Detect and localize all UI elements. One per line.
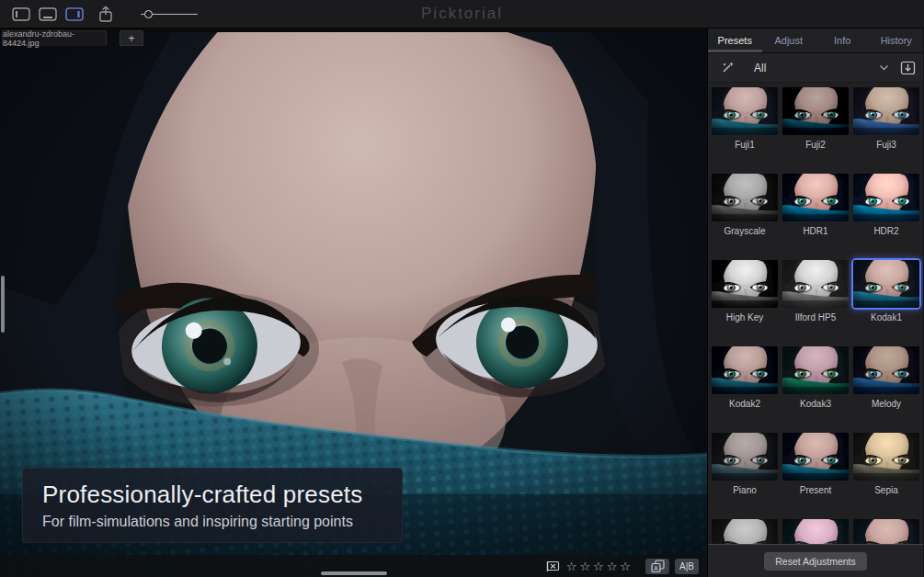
share-icon <box>98 6 113 23</box>
tab-adjust[interactable]: Adjust <box>762 28 816 52</box>
preset-label: Sepia <box>853 485 919 496</box>
preset-label: Present <box>782 485 849 496</box>
preset-item-fuji3[interactable]: Fuji3 <box>853 87 919 151</box>
star-4[interactable]: ☆ <box>607 560 618 572</box>
app-window: Picktorial alexandru-zdrobau-84424.jpg +… <box>0 0 924 577</box>
compare-original-icon: A <box>651 560 665 572</box>
tab-info[interactable]: Info <box>816 28 870 52</box>
zoom-slider-knob[interactable] <box>144 10 153 18</box>
preset-label: Ilford HP5 <box>782 312 849 323</box>
preset-thumbnail[interactable] <box>853 260 919 308</box>
magic-wand-icon <box>721 61 735 74</box>
preset-thumbnail[interactable] <box>782 433 849 481</box>
import-presets-button[interactable] <box>900 61 916 75</box>
star-2[interactable]: ☆ <box>579 560 590 572</box>
right-panel-icon-active <box>65 7 84 21</box>
bottom-panel-icon <box>39 7 57 21</box>
reject-flag-button[interactable] <box>546 560 561 572</box>
preset-thumbnail[interactable] <box>853 519 919 544</box>
preset-thumbnail[interactable] <box>853 174 919 221</box>
preset-thumbnail[interactable] <box>782 260 849 308</box>
preset-thumbnail[interactable] <box>782 174 849 221</box>
preset-label: Fuji1 <box>712 140 778 151</box>
top-toolbar: Picktorial <box>0 0 924 28</box>
star-1[interactable]: ☆ <box>566 560 577 572</box>
preset-thumbnail[interactable] <box>782 87 849 135</box>
preset-category-dropdown[interactable]: All <box>754 62 879 74</box>
caption-subtitle: For film-simulations and inspiring start… <box>42 514 382 530</box>
preset-item-fuji1[interactable]: Fuji1 <box>712 87 778 151</box>
sidebar-footer: Reset Adjustments <box>708 544 923 577</box>
preset-label: Piano <box>712 485 778 496</box>
new-tab-button[interactable]: + <box>120 30 143 46</box>
chevron-down-icon[interactable] <box>879 64 889 71</box>
preset-item-present[interactable]: Present <box>782 433 849 496</box>
preset-item-hdr2[interactable]: HDR2 <box>853 174 919 237</box>
preset-item-grayscale[interactable]: Grayscale <box>712 174 778 237</box>
svg-text:A: A <box>654 565 658 571</box>
preset-intro-caption: Professionally-crafted presets For film-… <box>22 468 403 543</box>
toggle-bottom-panel-button[interactable] <box>39 7 57 21</box>
tab-presets[interactable]: Presets <box>708 28 762 52</box>
toggle-right-panel-button[interactable] <box>65 7 84 21</box>
preset-thumbnail[interactable] <box>712 260 778 308</box>
preset-label: HDR1 <box>782 226 849 237</box>
toggle-left-panel-button[interactable] <box>12 7 30 21</box>
preset-item-kodak1-selected[interactable]: Kodak1 <box>853 260 919 323</box>
preset-item-piano[interactable]: Piano <box>712 433 778 496</box>
zoom-slider[interactable] <box>141 7 198 20</box>
document-tab-bar: alexandru-zdrobau-84424.jpg + <box>2 30 143 46</box>
preset-thumbnail[interactable] <box>782 519 849 544</box>
preset-item-kodak3[interactable]: Kodak3 <box>782 346 849 410</box>
preset-thumbnail[interactable] <box>853 433 919 481</box>
auto-preset-button[interactable] <box>721 61 735 74</box>
preset-label: Fuji3 <box>853 140 919 151</box>
preset-thumbnail[interactable] <box>782 346 849 394</box>
preset-thumbnail[interactable] <box>853 87 919 135</box>
preset-item-high-key[interactable]: High Key <box>712 260 778 323</box>
share-button[interactable] <box>98 6 113 23</box>
preset-label: Kodak3 <box>782 399 849 410</box>
show-original-button[interactable]: A <box>645 559 669 574</box>
preset-label: HDR2 <box>853 226 919 237</box>
preset-thumbnail[interactable] <box>712 346 778 394</box>
preset-item-partial-1[interactable] <box>712 519 778 544</box>
left-panel-drag-handle[interactable] <box>1 276 5 333</box>
preset-thumbnail[interactable] <box>712 519 778 544</box>
ab-compare-button[interactable]: A|B <box>675 559 699 574</box>
caption-title: Professionally-crafted presets <box>42 481 382 509</box>
preset-grid: Fuji1 Fuji2 Fuji3 Grayscale HDR1 <box>708 83 923 544</box>
right-sidebar: Presets Adjust Info History All <box>708 28 923 577</box>
star-3[interactable]: ☆ <box>593 560 604 572</box>
horizontal-scroll-indicator[interactable] <box>321 571 387 575</box>
preset-label: Kodak2 <box>712 399 778 410</box>
preset-item-fuji2[interactable]: Fuji2 <box>782 87 849 151</box>
import-icon <box>900 61 916 75</box>
preset-label: Fuji2 <box>782 140 849 151</box>
preset-thumbnail[interactable] <box>712 174 778 221</box>
preset-item-partial-2[interactable] <box>782 519 849 544</box>
reset-adjustments-button[interactable]: Reset Adjustments <box>764 552 867 571</box>
sidebar-tab-bar: Presets Adjust Info History <box>708 28 923 53</box>
tab-history[interactable]: History <box>870 28 924 52</box>
preset-label: Melody <box>853 399 919 410</box>
preset-thumbnail[interactable] <box>712 87 778 135</box>
document-tab[interactable]: alexandru-zdrobau-84424.jpg <box>2 30 107 46</box>
star-5[interactable]: ☆ <box>620 560 631 572</box>
preset-label: High Key <box>712 312 778 323</box>
app-title: Picktorial <box>0 5 924 23</box>
preset-label: Grayscale <box>712 226 778 237</box>
preset-item-kodak2[interactable]: Kodak2 <box>712 346 778 410</box>
preset-item-sepia[interactable]: Sepia <box>853 433 919 496</box>
preset-item-hdr1[interactable]: HDR1 <box>782 174 849 237</box>
star-rating: ☆ ☆ ☆ ☆ ☆ <box>566 560 631 572</box>
preset-item-ilford-hp5[interactable]: Ilford HP5 <box>782 260 849 323</box>
preset-item-melody[interactable]: Melody <box>853 346 919 410</box>
preset-thumbnail[interactable] <box>853 346 919 394</box>
reject-flag-icon <box>546 560 561 572</box>
left-panel-icon <box>12 7 30 21</box>
preset-label: Kodak1 <box>853 312 919 323</box>
photo-canvas: alexandru-zdrobau-84424.jpg + Profession… <box>0 28 708 577</box>
preset-item-partial-3[interactable] <box>853 519 919 544</box>
preset-thumbnail[interactable] <box>712 433 778 481</box>
